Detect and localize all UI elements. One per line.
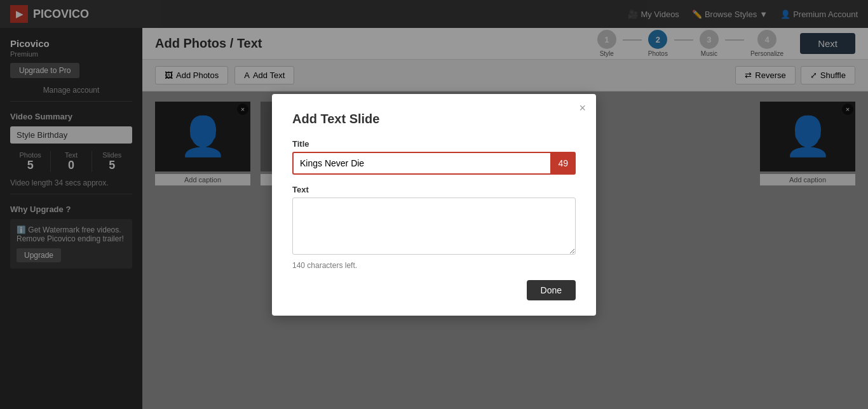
- title-input[interactable]: [292, 152, 550, 175]
- done-button[interactable]: Done: [527, 280, 576, 300]
- text-input[interactable]: [292, 198, 576, 255]
- modal-done-row: Done: [292, 280, 576, 300]
- title-field-label: Title: [292, 139, 576, 149]
- modal-close-button[interactable]: ×: [579, 102, 586, 115]
- title-char-count: 49: [550, 152, 576, 175]
- text-field-label: Text: [292, 185, 576, 194]
- add-text-slide-modal: × Add Text Slide Title 49 Text 140 chara…: [272, 94, 596, 316]
- modal-title: Add Text Slide: [292, 112, 576, 126]
- modal-overlay: × Add Text Slide Title 49 Text 140 chara…: [0, 0, 868, 409]
- chars-left: 140 characters left.: [292, 261, 576, 270]
- title-input-row: 49: [292, 152, 576, 175]
